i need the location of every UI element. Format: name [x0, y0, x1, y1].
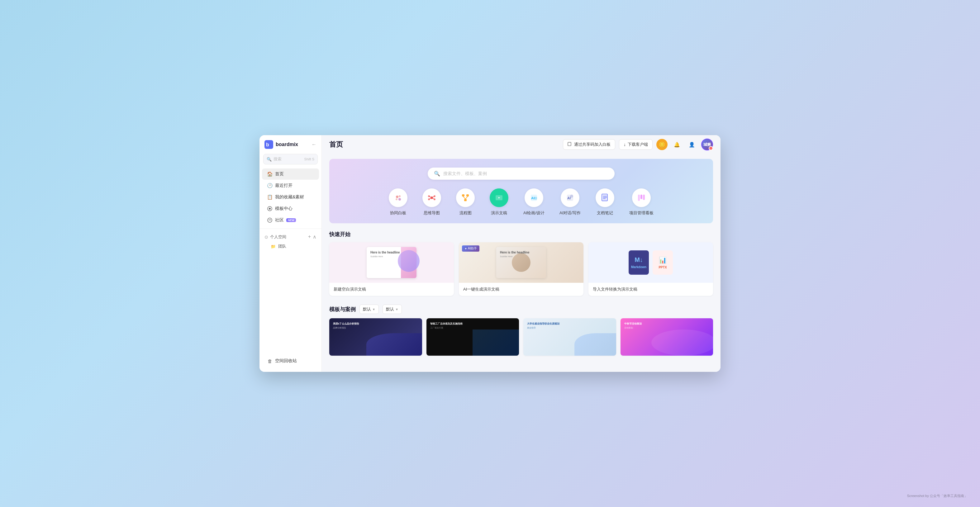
add-space-btn[interactable]: +	[308, 234, 311, 240]
svg-point-9	[399, 195, 401, 197]
quick-card-import[interactable]: M↓ Markdown 📊 PPTX 导入文件转换为演示文稿	[589, 242, 713, 296]
boardmix-logo-icon: b	[264, 140, 273, 149]
tmpl-2-text: 智能工厂总体规划及实施指南 工厂规划方案	[430, 322, 515, 329]
search-bar[interactable]: 🔍 搜索 Shift S	[263, 154, 318, 164]
quick-card-new-blank[interactable]: Here is the headline Subtitle Here 新建空白演…	[329, 242, 454, 296]
tool-presentation[interactable]: 演示文稿	[490, 188, 508, 216]
sidebar-item-home-label: 首页	[275, 171, 284, 177]
join-whiteboard-btn[interactable]: 通过共享码加入白板	[563, 139, 615, 150]
filter-1-arrow: ▼	[372, 308, 375, 311]
svg-rect-21	[462, 194, 465, 197]
template-card-2[interactable]: 智能工厂总体规划及实施指南 工厂规划方案	[426, 318, 519, 356]
tool-docs[interactable]: 文档笔记	[596, 188, 614, 216]
tool-flowchart[interactable]: 流程图	[456, 188, 475, 216]
sidebar: b boardmix ← 🔍 搜索 Shift S 🏠 首页 🕐 最近打开 📋 …	[259, 135, 322, 372]
quick-start-grid: Here is the headline Subtitle Here 新建空白演…	[329, 242, 713, 296]
content-area: 🔍 搜索文件、模板、案例 协同白板	[322, 154, 721, 372]
svg-point-8	[396, 195, 398, 198]
tool-ai-design[interactable]: AI AI绘画/设计	[523, 188, 544, 216]
tmpl-1-text: 美团6了么么品分析报告 品牌分析报告	[333, 322, 418, 329]
sidebar-item-team[interactable]: 📁 团队	[262, 242, 319, 251]
trash-section: 🗑 空间回收站	[259, 355, 321, 367]
filter-2-label: 默认	[386, 307, 394, 312]
team-folder-icon: 📁	[271, 244, 276, 249]
template-4-inner: 中秋节活动策划 活动策划	[620, 318, 713, 356]
search-label: 搜索	[274, 156, 302, 162]
tool-ai-chat[interactable]: AI AI对话/写作	[560, 188, 581, 216]
tmpl-4-text: 中秋节活动策划 活动策划	[624, 322, 710, 329]
download-client-btn[interactable]: ↓ 下载客户端	[619, 139, 652, 150]
template-card-1[interactable]: 美团6了么么品分析报告 品牌分析报告	[329, 318, 422, 356]
main-nav: 🏠 首页 🕐 最近打开 📋 我的收藏&素材 模板中心	[259, 168, 321, 226]
template-card-4[interactable]: 中秋节活动策划 活动策划	[620, 318, 713, 356]
banner-search-bar[interactable]: 🔍 搜索文件、模板、案例	[428, 168, 615, 180]
ai-chat-label: AI对话/写作	[560, 210, 581, 216]
gold-coins-btn[interactable]: 🪙	[656, 139, 668, 150]
templates-title: 模板与案例	[329, 306, 356, 313]
new-blank-preview: Here is the headline Subtitle Here	[329, 242, 454, 283]
ai-slide-headline: Here is the headline	[500, 251, 542, 254]
collapse-space-btn[interactable]: ∧	[313, 234, 317, 240]
community-badge: NEW	[286, 218, 296, 222]
svg-text:b: b	[266, 142, 269, 147]
settings-btn[interactable]: 👤	[686, 139, 697, 150]
quick-card-ai-generate[interactable]: ✦ AI助手 Here is the headline Subtitle Her…	[459, 242, 584, 296]
tool-whiteboard[interactable]: 协同白板	[389, 188, 407, 216]
pptx-text: PPTX	[659, 265, 667, 269]
presentation-label: 演示文稿	[491, 210, 507, 216]
template-1-inner: 美团6了么么品分析报告 品牌分析报告	[329, 318, 422, 356]
whiteboard-icon-circle	[389, 188, 407, 207]
svg-rect-33	[602, 194, 608, 201]
sidebar-item-trash[interactable]: 🗑 空间回收站	[262, 355, 319, 367]
tmpl-3-decoration	[574, 333, 616, 356]
svg-rect-29	[534, 197, 537, 200]
sidebar-item-recent[interactable]: 🕐 最近打开	[262, 180, 319, 191]
tmpl-1-subtitle: 品牌分析报告	[333, 326, 418, 329]
md-text: Markdown	[631, 265, 646, 269]
slide-blob	[398, 250, 420, 272]
filter-2-arrow: ▼	[395, 308, 398, 311]
svg-point-3	[269, 208, 271, 210]
app-name: boardmix	[276, 142, 298, 147]
svg-line-25	[465, 197, 468, 199]
template-icon	[267, 206, 272, 211]
download-client-label: 下载客户端	[628, 142, 648, 147]
sidebar-item-collections[interactable]: 📋 我的收藏&素材	[262, 192, 319, 203]
tmpl-4-subtitle: 活动策划	[624, 326, 710, 329]
template-2-inner: 智能工厂总体规划及实施指南 工厂规划方案	[426, 318, 519, 356]
filter-dropdown-2[interactable]: 默认 ▼	[383, 305, 402, 314]
pptx-label: 📊	[659, 256, 667, 264]
kanban-icon-circle	[632, 188, 651, 207]
ai-badge-icon: ✦	[465, 247, 467, 250]
pptx-icon: 📊 PPTX	[652, 250, 673, 275]
svg-rect-40	[643, 195, 645, 200]
svg-rect-39	[640, 195, 642, 199]
docs-label: 文档笔记	[597, 210, 613, 216]
sidebar-item-home[interactable]: 🏠 首页	[262, 168, 319, 180]
sidebar-item-collections-label: 我的收藏&素材	[275, 194, 304, 200]
templates-section-header: 模板与案例 默认 ▼ 默认 ▼	[329, 305, 713, 314]
collapse-btn[interactable]: ←	[312, 142, 317, 147]
user-avatar[interactable]: 城狮	[701, 138, 713, 150]
share-icon	[568, 142, 572, 147]
tmpl-2-subtitle: 工厂规划方案	[430, 326, 515, 329]
sidebar-item-templates[interactable]: 模板中心	[262, 203, 319, 214]
ai-badge: ✦ AI助手	[462, 245, 479, 252]
tmpl-1-title: 美团6了么么品分析报告	[333, 322, 418, 326]
notifications-btn[interactable]: 🔔	[671, 139, 682, 150]
md-label: M↓	[635, 256, 643, 264]
template-card-3[interactable]: 大学生就业指导职业生涯规划 就业指导	[523, 318, 616, 356]
hero-banner: 🔍 搜索文件、模板、案例 协同白板	[329, 159, 713, 223]
avatar-status-badge	[709, 146, 713, 150]
sidebar-item-community[interactable]: 社区 NEW	[262, 215, 319, 226]
banner-search-icon: 🔍	[434, 171, 440, 176]
header: 首页 通过共享码加入白板 ↓ 下载客户端 🪙 🔔	[322, 135, 721, 154]
filter-dropdown-1[interactable]: 默认 ▼	[360, 305, 379, 314]
tool-kanban[interactable]: 项目管理看板	[629, 188, 654, 216]
ai-badge-text: AI助手	[468, 246, 477, 251]
personal-space-label: 个人空间	[270, 234, 306, 240]
svg-point-5	[269, 219, 270, 221]
personal-space-actions: + ∧	[308, 234, 317, 240]
tool-mindmap[interactable]: 思维导图	[422, 188, 441, 216]
flowchart-label: 流程图	[460, 210, 472, 216]
